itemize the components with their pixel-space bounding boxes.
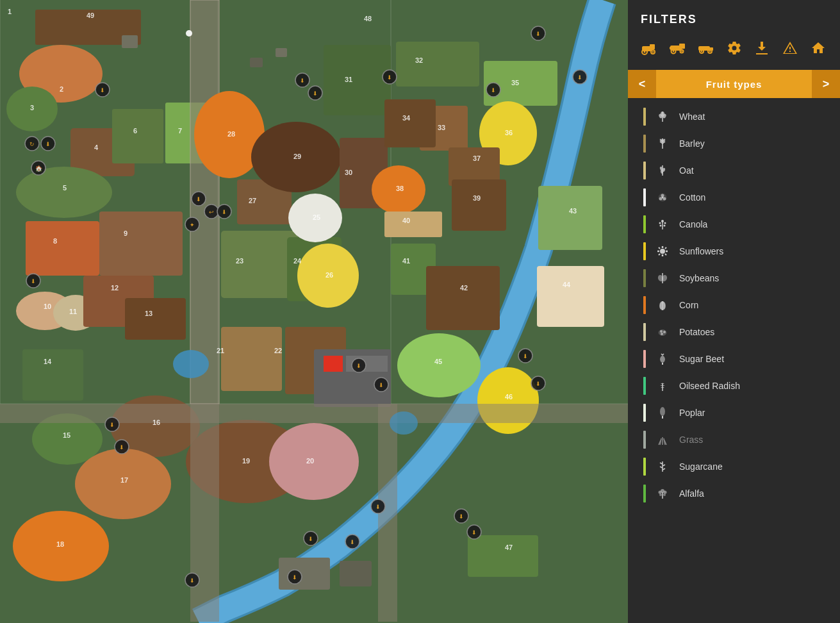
svg-line-225 [659,247,660,249]
svg-point-185 [681,51,682,52]
svg-text:🏠: 🏠 [35,165,43,172]
svg-point-121 [186,30,192,37]
svg-text:⬇: ⬇ [196,196,201,203]
fruit-item-cotton[interactable]: Cotton [628,184,840,211]
svg-text:⬇: ⬇ [190,577,195,584]
svg-point-192 [709,51,710,52]
oilseed-radish-icon [654,377,671,395]
svg-rect-63 [250,58,263,67]
svg-text:24: 24 [293,257,302,265]
cotton-icon [654,188,671,206]
svg-text:⬇: ⬇ [491,87,496,94]
svg-text:7: 7 [178,127,182,135]
fruit-types-next-btn[interactable]: > [812,70,840,98]
fruit-item-label: Barley [679,138,705,149]
svg-text:20: 20 [306,457,314,465]
svg-text:48: 48 [364,15,372,22]
map-area[interactable]: ⬇ ↻ ⬇ 🏠 ⬇ ↩ ⬇ ✦ ⬇ ⬇ ⬇ ⬇ ⬇ [0,0,628,623]
svg-text:⬇: ⬇ [472,529,477,536]
svg-text:43: 43 [569,207,577,215]
harvester-filter-btn[interactable] [666,37,689,60]
sugarcane-icon [654,458,671,476]
svg-text:45: 45 [434,358,442,365]
svg-text:⬇: ⬇ [375,504,381,510]
fruit-item-soybeans[interactable]: Soybeans [628,265,840,292]
fruit-item-barley[interactable]: Barley [628,130,840,157]
fruit-item-sugar-beet[interactable]: Sugar Beet [628,345,840,372]
svg-text:⬇: ⬇ [308,536,313,542]
svg-text:⬇: ⬇ [31,278,36,285]
svg-text:5: 5 [63,184,67,192]
fruit-types-prev-btn[interactable]: < [628,70,656,98]
svg-text:15: 15 [63,431,70,439]
svg-text:49: 49 [86,12,94,19]
svg-text:36: 36 [505,129,513,137]
svg-rect-179 [651,45,652,47]
svg-point-220 [660,249,665,254]
svg-text:19: 19 [242,457,250,465]
svg-line-228 [659,254,660,255]
truck-filter-btn[interactable] [695,37,718,60]
fruit-item-alfalfa[interactable]: Alfalfa [628,480,840,507]
svg-rect-43 [538,186,602,250]
svg-point-178 [652,51,654,53]
fruit-color-indicator [643,404,646,422]
svg-text:28: 28 [227,130,235,138]
fruit-item-wheat[interactable]: Wheat [628,103,840,130]
fruit-item-label: Oat [679,165,694,176]
fruit-color-indicator [643,485,646,503]
svg-point-46 [477,367,539,434]
sugar-beet-icon [654,350,671,368]
gear-filter-btn[interactable] [723,37,746,60]
fruit-item-oat[interactable]: Oat [628,157,840,184]
fruit-item-poplar[interactable]: Poplar [628,399,840,426]
fruit-item-grass[interactable]: Grass [628,426,840,453]
svg-line-227 [665,247,666,249]
fruit-types-nav: < Fruit types > [628,70,840,98]
fruit-item-sunflowers[interactable]: Sunflowers [628,238,840,265]
svg-rect-34 [384,99,436,147]
svg-text:⬇: ⬇ [577,74,582,81]
svg-point-217 [664,222,666,224]
svg-point-236 [663,331,666,333]
svg-text:18: 18 [56,540,64,548]
svg-point-242 [660,407,665,416]
fruit-item-potatoes[interactable]: Potatoes [628,319,840,345]
fruit-item-label: Oilseed Radish [679,381,740,391]
svg-text:⬇: ⬇ [536,31,541,37]
tractor-filter-btn[interactable] [638,37,661,60]
fruit-item-canola[interactable]: Canola [628,211,840,238]
svg-text:3: 3 [30,104,34,112]
fruit-item-sugarcane[interactable]: Sugarcane [628,453,840,480]
svg-point-190 [700,51,702,52]
svg-rect-64 [276,48,287,57]
svg-text:10: 10 [44,303,51,310]
svg-text:⬇: ⬇ [379,382,384,388]
warning-filter-btn[interactable] [778,37,802,60]
fruit-item-corn[interactable]: Corn [628,292,840,319]
svg-point-256 [659,491,662,494]
svg-text:⬇: ⬇ [356,363,361,369]
house-filter-btn[interactable] [807,37,830,60]
svg-text:38: 38 [396,185,404,192]
svg-point-213 [662,197,664,199]
fruit-types-label: Fruit types [656,79,812,90]
svg-rect-62 [122,35,138,48]
svg-text:11: 11 [69,308,77,315]
svg-text:17: 17 [120,476,128,484]
fruit-color-indicator [643,135,646,153]
svg-rect-17 [125,298,186,340]
download-filter-btn[interactable] [750,37,773,60]
svg-rect-39 [452,179,506,231]
soybeans-icon [654,269,671,287]
svg-line-226 [665,254,666,255]
svg-text:6: 6 [133,127,137,135]
fruit-item-oilseed-radish[interactable]: Oilseed Radish [628,372,840,399]
fruit-color-indicator [643,458,646,476]
svg-rect-186 [670,47,673,49]
fruit-item-label: Cotton [679,192,705,203]
fruit-color-indicator [643,296,646,314]
svg-text:35: 35 [511,79,519,87]
filters-title: FILTERS [628,13,840,37]
fruit-color-indicator [643,242,646,260]
